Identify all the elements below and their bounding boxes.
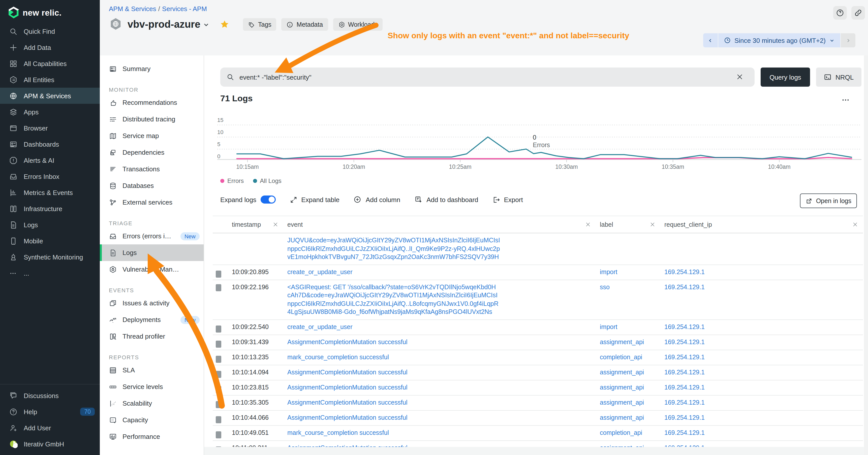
sidebar-item-apm-services[interactable]: APM & Services xyxy=(0,88,100,104)
sidebar-footer-discussions[interactable]: Discussions xyxy=(0,388,100,403)
subnav-item-recommendations[interactable]: Recommendations xyxy=(100,94,204,111)
sidebar-item-alerts-ai[interactable]: Alerts & AI xyxy=(0,152,100,168)
expand-table-button[interactable]: Expand table xyxy=(289,196,340,203)
sidebar-item-add-data[interactable]: Add Data xyxy=(0,39,100,56)
table-row[interactable]: 10:10:44.066AssignmentCompletionMutation… xyxy=(213,411,863,425)
cell-label[interactable]: assignment_api xyxy=(596,365,660,380)
sidebar-item-infrastructure[interactable]: Infrastructure xyxy=(0,200,100,217)
subnav-item-performance[interactable]: Performance xyxy=(100,428,204,445)
cell-event[interactable]: AssignmentCompletionMutation successful xyxy=(283,335,596,350)
cell-event[interactable]: create_or_update_user xyxy=(283,265,596,280)
toggle-on-icon[interactable] xyxy=(260,195,276,203)
table-row[interactable]: JUQVU&code=eyJraWQiOiJjcGItY29yZV8wOTI1M… xyxy=(213,233,863,265)
sidebar-item-errors-inbox[interactable]: Errors Inbox xyxy=(0,168,100,185)
time-picker-value[interactable]: Since 30 minutes ago (GMT+2) xyxy=(718,33,841,47)
row-expand-handle[interactable] xyxy=(213,367,228,378)
cell-event[interactable]: <ASGIRequest: GET '/sso/callback/?state=… xyxy=(283,280,596,319)
cell-label[interactable]: completion_api xyxy=(596,425,660,440)
subnav-item-service-map[interactable]: Service map xyxy=(100,128,204,144)
table-row[interactable]: 10:09:20.895create_or_update_userimport1… xyxy=(213,265,863,280)
cell-label[interactable]: assignment_api xyxy=(596,411,660,425)
title-chevron-down-icon[interactable] xyxy=(204,22,210,28)
subnav-item-dependencies[interactable]: Dependencies xyxy=(100,144,204,161)
row-expand-handle[interactable] xyxy=(213,427,228,438)
row-expand-handle[interactable] xyxy=(213,336,228,348)
sidebar-item-more[interactable]: ... xyxy=(0,265,100,281)
cell-event[interactable]: AssignmentCompletionMutation successful xyxy=(283,395,596,410)
table-row[interactable]: 10:10:49.051mark_course_completion succe… xyxy=(213,425,863,441)
row-expand-handle[interactable] xyxy=(213,266,228,278)
table-row[interactable]: 10:10:13.235mark_course_completion succe… xyxy=(213,350,863,365)
row-expand-handle[interactable] xyxy=(213,412,228,423)
time-picker-next[interactable] xyxy=(841,33,856,47)
column-header-label[interactable]: label xyxy=(596,216,660,233)
cell-request-client-ip[interactable]: 169.254.129.1 xyxy=(660,350,863,364)
sidebar-item-dashboards[interactable]: Dashboards xyxy=(0,136,100,152)
favorite-star-icon[interactable] xyxy=(220,20,229,29)
subnav-item-logs[interactable]: Logs xyxy=(100,245,204,261)
cell-request-client-ip[interactable]: 169.254.129.1 xyxy=(660,335,863,350)
table-row[interactable]: 10:10:35.305AssignmentCompletionMutation… xyxy=(213,395,863,411)
sidebar-item-quick-find[interactable]: Quick Find xyxy=(0,23,100,39)
subnav-item-capacity[interactable]: Capacity xyxy=(100,412,204,428)
cell-request-client-ip[interactable]: 169.254.129.1 xyxy=(660,320,863,334)
ellipsis-menu-icon[interactable] xyxy=(841,96,850,104)
breadcrumb-services-apm[interactable]: Services - APM xyxy=(162,5,207,12)
table-row[interactable]: 10:10:14.094AssignmentCompletionMutation… xyxy=(213,365,863,380)
time-picker-prev[interactable] xyxy=(703,33,718,47)
cell-label[interactable]: import xyxy=(596,265,660,280)
column-header-timestamp[interactable]: timestamp xyxy=(228,216,283,233)
row-expand-handle[interactable] xyxy=(213,280,228,291)
export-button[interactable]: Export xyxy=(493,196,523,203)
add-to-dashboard-button[interactable]: Add to dashboard xyxy=(414,195,478,203)
expand-logs-toggle[interactable]: Expand logs xyxy=(220,195,276,203)
subnav-item-summary[interactable]: Summary xyxy=(100,61,204,77)
row-expand-handle[interactable] xyxy=(213,322,228,332)
subnav-item-external-services[interactable]: External services xyxy=(100,194,204,210)
subnav-item-sla[interactable]: SLA xyxy=(100,362,204,379)
breadcrumb-apm-services[interactable]: APM & Services xyxy=(109,5,156,12)
subnav-item-vulnerability-management[interactable]: Vulnerability Management xyxy=(100,261,204,278)
table-row[interactable]: 10:09:22.196<ASGIRequest: GET '/sso/call… xyxy=(213,280,863,320)
row-expand-handle[interactable] xyxy=(213,382,228,393)
cell-event[interactable]: JUQVU&code=eyJraWQiOiJjcGItY29yZV8wOTI1M… xyxy=(283,233,596,264)
cell-event[interactable]: mark_course_completion successful xyxy=(283,425,596,440)
subnav-item-databases[interactable]: Databases xyxy=(100,177,204,194)
cell-request-client-ip[interactable]: 169.254.129.1 xyxy=(660,395,863,410)
cell-request-client-ip[interactable]: 169.254.129.1 xyxy=(660,365,863,380)
sidebar-item-metrics-events[interactable]: Metrics & Events xyxy=(0,185,100,200)
subnav-item-issues-activity[interactable]: Issues & activity xyxy=(100,295,204,312)
sidebar-item-all-entities[interactable]: All Entities xyxy=(0,71,100,88)
permalink-button[interactable] xyxy=(851,6,865,20)
row-expand-handle[interactable] xyxy=(213,352,228,363)
tags-chip[interactable]: Tags xyxy=(243,18,277,31)
log-search-input[interactable]: event:* -"label":"security" xyxy=(220,67,754,87)
legend-all-logs[interactable]: All Logs xyxy=(253,177,281,185)
subnav-item-service-levels[interactable]: Service levels xyxy=(100,379,204,395)
cell-event[interactable]: create_or_update_user xyxy=(283,320,596,334)
sidebar-item-all-capabilities[interactable]: All Capabilities xyxy=(0,56,100,71)
subnav-item-distributed-tracing[interactable]: Distributed tracing xyxy=(100,111,204,128)
table-row[interactable]: 10:09:22.540create_or_update_userimport1… xyxy=(213,320,863,335)
cell-request-client-ip[interactable]: 169.254.129.1 xyxy=(660,425,863,440)
sidebar-item-browser[interactable]: Browser xyxy=(0,120,100,136)
sidebar-footer-iterativ-gmbh[interactable]: Iterativ GmbH xyxy=(0,436,100,452)
subnav-item-deployments[interactable]: DeploymentsNew xyxy=(100,312,204,328)
workloads-chip[interactable]: Workloads xyxy=(333,18,383,31)
subnav-item-scalability[interactable]: Scalability xyxy=(100,395,204,412)
cell-request-client-ip[interactable]: 169.254.129.1 xyxy=(660,280,863,294)
cell-label[interactable]: completion_api xyxy=(596,350,660,364)
subnav-item-errors-errors-inb[interactable]: Errors (errors inb...New xyxy=(100,228,204,245)
metadata-chip[interactable]: Metadata xyxy=(281,18,328,31)
nrql-button[interactable]: NRQL xyxy=(816,67,862,87)
sidebar-item-apps[interactable]: Apps xyxy=(0,104,100,120)
table-row[interactable]: 10:10:23.815AssignmentCompletionMutation… xyxy=(213,380,863,395)
sidebar-item-logs[interactable]: Logs xyxy=(0,217,100,233)
sidebar-item-synthetic-monitoring[interactable]: Synthetic Monitoring xyxy=(0,249,100,265)
sidebar-footer-help[interactable]: Help70 xyxy=(0,403,100,420)
sidebar-item-mobile[interactable]: Mobile xyxy=(0,233,100,249)
vertical-scrollbar[interactable] xyxy=(864,56,868,455)
cell-event[interactable]: mark_course_completion successful xyxy=(283,350,596,364)
sidebar-footer-add-user[interactable]: Add User xyxy=(0,420,100,436)
new-relic-logo[interactable]: new relic. xyxy=(0,0,100,23)
